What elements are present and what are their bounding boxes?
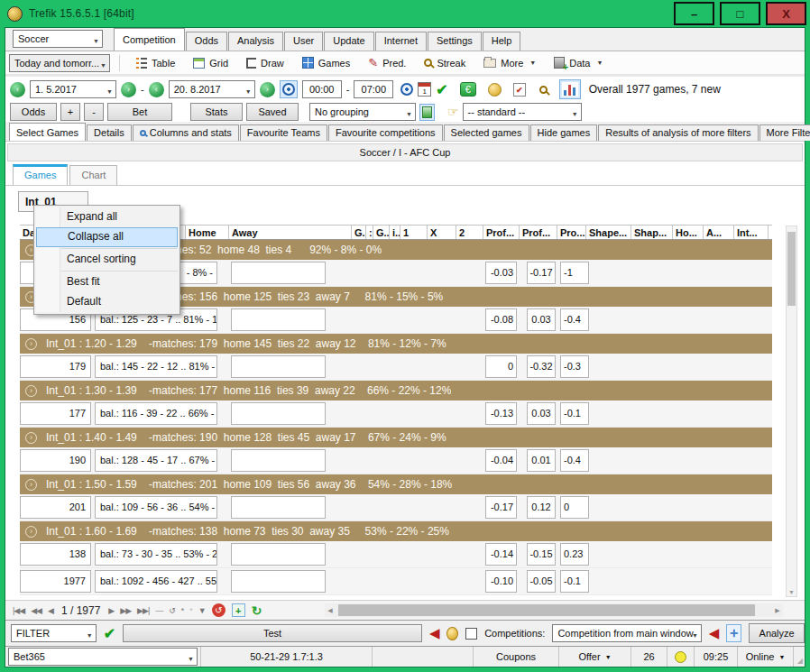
- menu-item-cancel-sorting[interactable]: Cancel sorting: [34, 250, 179, 270]
- profit3-cell[interactable]: -0.4: [560, 449, 589, 472]
- expand-group-icon[interactable]: ›: [25, 479, 37, 491]
- balance-cell[interactable]: bal.: 109 - 56 - 36 .. 54% -: [95, 496, 217, 519]
- away-cell[interactable]: [231, 355, 326, 378]
- close-button[interactable]: X: [766, 2, 806, 25]
- profit2-cell[interactable]: 0.12: [527, 496, 556, 519]
- alarm-bell-icon[interactable]: [446, 627, 458, 640]
- tab-settings[interactable]: Settings: [428, 32, 482, 51]
- profit1-cell[interactable]: -0.14: [485, 543, 517, 566]
- profit1-cell[interactable]: -0.08: [485, 308, 517, 331]
- grouping-toggle[interactable]: [419, 104, 435, 121]
- date-range-select[interactable]: Today and tomorr... ▼: [9, 54, 110, 72]
- col-goals-away[interactable]: G...: [373, 226, 390, 239]
- balance-cell[interactable]: bal.: 116 - 39 - 22 .. 66% -: [95, 402, 217, 425]
- menu-item-expand-all[interactable]: Expand all: [34, 207, 179, 227]
- date-from-select[interactable]: 1. 5.2017 ▼: [30, 80, 116, 98]
- apply-check-icon[interactable]: ✔: [436, 81, 447, 98]
- offer-menu[interactable]: Offer ▼: [559, 647, 631, 667]
- date-from-forward-button[interactable]: ›: [121, 82, 136, 97]
- scrollbar-thumb[interactable]: [338, 604, 755, 616]
- col-2[interactable]: 2: [456, 226, 483, 239]
- date-to-forward-button[interactable]: ›: [260, 82, 275, 97]
- tab-hide-games[interactable]: Hide games: [530, 124, 598, 141]
- date-to-back-button[interactable]: ‹: [149, 82, 164, 97]
- profit3-cell[interactable]: 0.23: [560, 543, 589, 566]
- col-int[interactable]: Int...: [734, 226, 769, 239]
- tab-competition[interactable]: Competition: [114, 28, 185, 51]
- col-1[interactable]: 1: [400, 226, 428, 239]
- profit2-cell[interactable]: -0.17: [527, 262, 556, 284]
- balance-cell[interactable]: bal.: 145 - 22 - 12 .. 81% -: [95, 355, 217, 378]
- tab-chart[interactable]: Chart: [69, 165, 117, 185]
- stats-button[interactable]: Stats: [190, 103, 243, 121]
- grid-view-button[interactable]: Grid: [186, 55, 235, 71]
- tab-update[interactable]: Update: [324, 32, 373, 51]
- tab-internet[interactable]: Internet: [375, 32, 427, 51]
- saved-button[interactable]: Saved: [246, 103, 299, 121]
- tab-selected-games[interactable]: Selected games: [444, 124, 529, 141]
- cancel-circle-icon[interactable]: ↺: [212, 603, 226, 617]
- col-away[interactable]: Away: [229, 226, 352, 239]
- menu-item-default[interactable]: Default: [34, 292, 179, 312]
- nav-first-button[interactable]: |◀◀: [13, 606, 24, 615]
- time-from-field[interactable]: 00:00: [302, 80, 342, 98]
- col-away-short[interactable]: A...: [704, 226, 734, 239]
- filter-select[interactable]: FILTER ▼: [11, 624, 97, 642]
- move-window-button[interactable]: ✛: [726, 624, 741, 642]
- profit3-cell[interactable]: -0.1: [560, 570, 589, 593]
- horizontal-scrollbar[interactable]: ◀ ▶: [325, 603, 783, 617]
- away-cell[interactable]: [231, 402, 326, 425]
- predictions-button[interactable]: ✎ Pred.: [361, 55, 413, 71]
- tab-columns-and-stats[interactable]: Columns and stats: [133, 124, 239, 141]
- time-to-field[interactable]: 07:00: [354, 80, 393, 98]
- group-row[interactable]: › Int_01 : 1.40 - 1.49 -matches: 190 hom…: [20, 428, 772, 447]
- tab-user[interactable]: User: [284, 32, 323, 51]
- sport-select[interactable]: Soccer ▼: [13, 30, 103, 48]
- col-colon[interactable]: :: [366, 226, 373, 239]
- nav-last-button[interactable]: ▶▶|: [137, 606, 149, 615]
- games-view-button[interactable]: Games: [295, 54, 357, 71]
- count-cell[interactable]: 179: [20, 355, 91, 378]
- scrollbar-thumb[interactable]: [787, 232, 796, 306]
- maximize-button[interactable]: □: [720, 2, 760, 25]
- away-cell[interactable]: [231, 308, 326, 331]
- nav-filter-icon[interactable]: ▼: [198, 606, 206, 615]
- away-cell[interactable]: [231, 449, 326, 472]
- profit2-cell[interactable]: 0.01: [527, 449, 556, 472]
- col-home[interactable]: Home: [186, 226, 229, 239]
- date-from-back-button[interactable]: ‹: [10, 82, 25, 97]
- tab-details[interactable]: Details: [87, 124, 132, 141]
- away-cell[interactable]: [231, 543, 326, 566]
- nav-next-button[interactable]: ▶: [108, 606, 114, 615]
- alert-bell-icon[interactable]: [488, 83, 502, 97]
- expand-group-icon[interactable]: ›: [25, 385, 37, 397]
- count-cell[interactable]: 138: [20, 543, 91, 566]
- template-select[interactable]: -- standard -- ▼: [463, 103, 582, 121]
- coupons-button[interactable]: Coupons: [474, 647, 559, 667]
- col-shape2[interactable]: Shap...: [631, 226, 673, 239]
- resize-grip[interactable]: ◢: [794, 647, 805, 667]
- bet-button[interactable]: Bet: [107, 103, 172, 121]
- group-row[interactable]: › Int_01 : 1.60 - 1.69 -matches: 138 hom…: [20, 521, 772, 541]
- profit1-cell[interactable]: -0.04: [485, 449, 517, 472]
- nav-insert2-button[interactable]: *: [189, 606, 192, 615]
- col-i[interactable]: i...: [390, 226, 400, 239]
- tab-analysis[interactable]: Analysis: [228, 32, 283, 51]
- bookmaker-select[interactable]: Bet365 ▼: [8, 648, 198, 666]
- profit3-cell[interactable]: -0.1: [560, 402, 589, 425]
- calendar-icon[interactable]: 1: [418, 82, 431, 97]
- sort-asc-icon[interactable]: ▲: [769, 226, 772, 239]
- draw-view-button[interactable]: Draw: [239, 55, 291, 71]
- away-cell[interactable]: [231, 570, 326, 593]
- nav-prev-button[interactable]: ◀: [48, 606, 53, 615]
- count-cell[interactable]: 201: [20, 496, 91, 519]
- profit2-cell[interactable]: -0.15: [527, 543, 556, 566]
- nav-delete-button[interactable]: —: [155, 606, 162, 615]
- profit1-cell[interactable]: -0.03: [485, 262, 517, 284]
- group-row[interactable]: › Int_01 : 1.30 - 1.39 -matches: 177 hom…: [20, 381, 772, 400]
- euro-odds-button[interactable]: €: [460, 82, 476, 97]
- nav-insert-button[interactable]: *: [181, 606, 184, 615]
- grouping-select[interactable]: No grouping ▼: [309, 103, 416, 121]
- balance-cell[interactable]: bal.: 73 - 30 - 35 .. 53% - 2: [95, 543, 217, 566]
- profit2-cell[interactable]: -0.05: [527, 570, 556, 593]
